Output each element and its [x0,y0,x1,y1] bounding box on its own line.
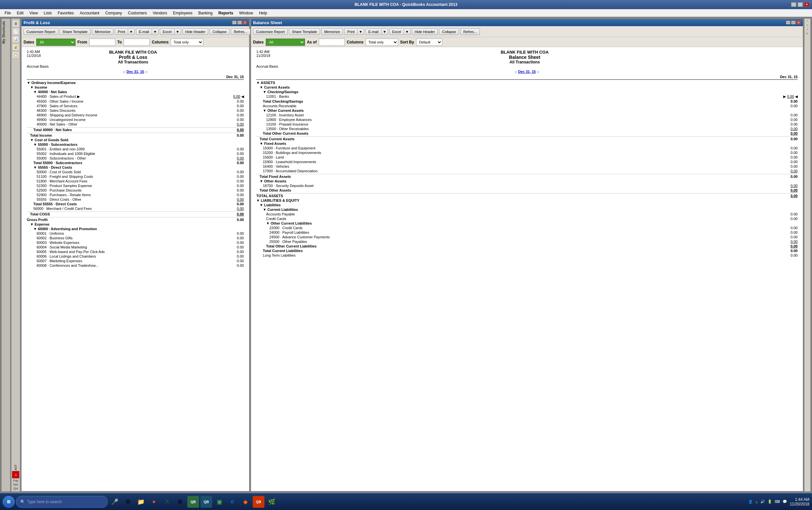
menu-company[interactable]: Company [103,10,124,16]
pl-columns-select[interactable]: Total only [171,38,203,46]
bs-minimize-btn[interactable]: ─ [786,21,790,25]
pl-company: BLANK FILE WITH COA [41,50,225,55]
menu-file[interactable]: File [2,10,13,16]
menu-favorites[interactable]: Favorites [55,10,77,16]
bs-row-17: 15900 · Leasehold Improvements0.00 [256,160,798,164]
pl-from-input[interactable] [89,38,115,46]
bs-window-title-bar: Balance Sheet ─ □ ✕ [251,19,803,26]
panel-icon-5[interactable]: 📋 [12,51,19,58]
bs-row-24: TOTAL ASSETS0.00 [256,193,798,198]
pl-restore-btn[interactable]: □ [237,21,242,25]
pl-columns-label: Columns [152,40,168,45]
search-bar[interactable]: 🔍 Type here to search [16,496,108,508]
menu-banking[interactable]: Banking [196,10,215,16]
taskbar-file-explorer[interactable]: 📁 [135,496,147,508]
close-btn[interactable]: ✕ [804,2,809,7]
menu-edit[interactable]: Edit [14,10,26,16]
menu-vendors[interactable]: Vendors [150,10,170,16]
bs-close-btn[interactable]: ✕ [796,21,801,25]
pl-email-dropdown[interactable]: ▼ [152,28,158,35]
pl-customize-btn[interactable]: Customize Report [24,28,58,35]
bs-sortby-select[interactable]: Default [416,38,442,46]
bs-excel-dropdown[interactable]: ▼ [404,28,411,35]
pl-hide-header-btn[interactable]: Hide Header [182,28,208,35]
taskbar-cortana-icon[interactable]: 🎤 [109,496,121,508]
pl-memorize-btn[interactable]: Memorize [92,28,113,35]
bs-print-btn[interactable]: Print [344,28,358,35]
bs-row-3: 11001 · Banks▶ 0.00 ◀ [256,94,798,99]
bs-customize-btn[interactable]: Customize Report [253,28,288,35]
taskbar: ⊞ 🔍 Type here to search 🎤 ⧉ 📁 ● X ⚙ QB Q… [0,493,812,510]
bs-restore-btn[interactable]: □ [791,21,796,25]
bs-row-27: ▼ Current Liabilities [256,207,798,212]
panel-icon-3[interactable]: 📊 [12,36,19,43]
pl-excel-dropdown[interactable]: ▼ [175,28,181,35]
taskbar-task-view[interactable]: ⧉ [122,496,134,508]
right-panel: r c t 8- [804,18,811,492]
pl-share-template-btn[interactable]: Share Template [59,28,91,35]
alert-icon[interactable]: ⚠ [12,471,19,478]
menu-view[interactable]: View [27,10,40,16]
taskbar-green-icon[interactable]: ▣ [213,496,225,508]
bs-collapse-btn[interactable]: Collapse [439,28,459,35]
bs-row-23: Total Other Assets0.00 [256,188,798,193]
taskbar-orange-icon[interactable]: ◆ [240,496,251,508]
clock-time: 1:44 AM [795,497,809,502]
menu-accountant[interactable]: Accountant [77,10,102,16]
balance-sheet-window: Balance Sheet ─ □ ✕ Customize Report Sha… [251,18,804,492]
bs-email-dropdown[interactable]: ▼ [381,28,388,35]
restore-btn[interactable]: □ [798,2,803,7]
pl-email-btn[interactable]: E-mail [136,28,152,35]
bs-refresh-btn[interactable]: Refres... [460,28,480,35]
pl-row-37: 60006 · Local Listings and Chambers0.00 [27,254,244,259]
pl-collapse-btn[interactable]: Collapse [209,28,230,35]
taskbar-settings[interactable]: ⚙ [174,496,186,508]
bs-columns-select[interactable]: Total only [366,38,398,46]
pl-print-btn[interactable]: Print [115,28,128,35]
bs-row-22: 18700 · Security Deposits Asset0.00 [256,183,798,188]
taskbar-qb2[interactable]: QB [200,496,212,508]
pl-dates-select[interactable]: All [36,38,76,46]
pl-col-header: Dec 31, 15 [27,75,244,80]
menu-customers[interactable]: Customers [125,10,149,16]
bs-row-5: Accounts Receivable0.00 [256,104,798,108]
bs-dates-select[interactable]: All [266,38,305,46]
bs-print-dropdown[interactable]: ▼ [358,28,364,35]
bs-row-36: Total Current Liabilities0.00 [256,249,798,253]
minimize-btn[interactable]: ─ [791,2,796,7]
pl-header-center: BLANK FILE WITH COA Profit & Loss All Tr… [41,50,225,64]
menu-employees[interactable]: Employees [170,10,195,16]
pl-excel-btn[interactable]: Excel [160,28,175,35]
menu-window[interactable]: Window [236,10,256,16]
bs-row-12: Total Current Assets0.00 [256,136,798,141]
panel-icon-2[interactable]: 📄 [12,28,19,35]
bs-email-btn[interactable]: E-mail [366,28,381,35]
pl-minimize-btn[interactable]: ─ [232,21,237,25]
taskbar-leaf-icon[interactable]: 🌿 [266,496,278,508]
bs-row-29: Credit Cards0.00 [256,217,798,221]
pl-from-label: From [78,40,87,45]
bs-share-template-btn[interactable]: Share Template [289,28,320,35]
taskbar-right: 👤 ⌂ 🔊 🔋 ⌨ 💬 1:44 AM 11/20/2018 [748,497,809,506]
taskbar-chrome[interactable]: ● [148,496,160,508]
menu-lists[interactable]: Lists [41,10,55,16]
pl-print-dropdown[interactable]: ▼ [128,28,135,35]
bs-memorize-btn[interactable]: Memorize [321,28,343,35]
taskbar-excel[interactable]: X [161,496,173,508]
bs-excel-btn[interactable]: Excel [389,28,404,35]
pl-refresh-btn[interactable]: Refres... [231,28,251,35]
taskbar-qb3[interactable]: QB [253,496,264,508]
clock: 1:44 AM 11/20/2018 [790,497,809,506]
bs-asof-input[interactable] [319,38,345,46]
panel-icon-4[interactable]: 💰 [12,44,19,51]
menu-help[interactable]: Help [256,10,270,16]
taskbar-qb1[interactable]: QB [187,496,199,508]
bs-header-center: BLANK FILE WITH COA Balance Sheet All Tr… [270,50,779,64]
panel-icon-1[interactable]: ☰ [12,20,19,27]
start-button[interactable]: ⊞ [3,496,15,508]
taskbar-ie-icon[interactable]: e [227,496,238,508]
menu-reports[interactable]: Reports [216,10,236,16]
pl-close-btn[interactable]: ✕ [242,21,247,25]
pl-to-input[interactable] [123,38,150,46]
bs-hide-header-btn[interactable]: Hide Header [412,28,438,35]
